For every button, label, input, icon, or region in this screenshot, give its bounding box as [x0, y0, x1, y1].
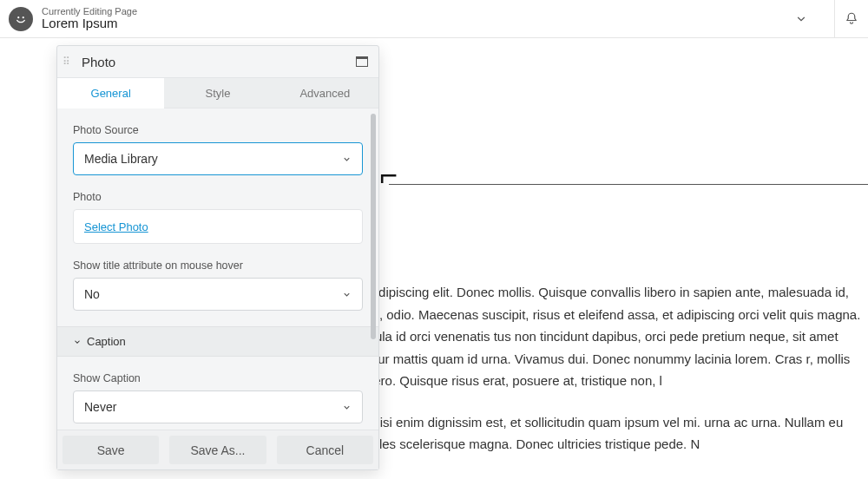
svg-point-2: [23, 16, 24, 18]
drag-handle-icon[interactable]: ⠿: [62, 60, 78, 63]
show-caption-label: Show Caption: [73, 372, 363, 384]
photo-label: Photo: [73, 191, 363, 203]
divider: [834, 0, 835, 38]
chevron-down-icon: [73, 338, 82, 346]
app-logo: [9, 7, 33, 31]
chevron-down-icon: [342, 154, 352, 164]
panel-tabs: General Style Advanced: [57, 77, 378, 108]
content-heading-fragment: ⌐: [379, 160, 398, 191]
maximize-icon[interactable]: [356, 56, 368, 67]
svg-point-1: [17, 16, 19, 18]
show-caption-select[interactable]: Never: [73, 390, 363, 423]
top-bar: Currently Editing Page Lorem Ipsum: [0, 0, 868, 38]
photo-source-select[interactable]: Media Library: [73, 142, 363, 175]
show-title-select[interactable]: No: [73, 278, 363, 311]
select-photo-link[interactable]: Select Photo: [84, 220, 148, 233]
caption-section-toggle[interactable]: Caption: [57, 326, 378, 357]
tab-advanced[interactable]: Advanced: [272, 78, 378, 108]
panel-title: Photo: [82, 55, 115, 69]
page-title: Lorem Ipsum: [42, 16, 137, 31]
show-caption-value: Never: [84, 400, 116, 414]
panel-body: Photo Source Media Library Photo Select …: [57, 108, 378, 430]
caption-section-title: Caption: [87, 335, 126, 348]
chevron-down-icon: [342, 290, 352, 299]
page-title-block[interactable]: Currently Editing Page Lorem Ipsum: [42, 6, 137, 31]
chevron-down-icon: [342, 403, 352, 412]
show-title-label: Show title attribute on mouse hover: [73, 259, 363, 272]
cancel-button[interactable]: Cancel: [277, 436, 373, 464]
photo-source-label: Photo Source: [73, 124, 363, 136]
page-dropdown-toggle[interactable]: [794, 12, 808, 26]
tab-style[interactable]: Style: [164, 78, 271, 108]
photo-box: Select Photo: [73, 209, 363, 244]
show-title-value: No: [84, 287, 100, 301]
settings-panel: ⠿ Photo General Style Advanced Photo Sou…: [56, 45, 379, 470]
content-divider: [389, 184, 868, 185]
panel-header[interactable]: ⠿ Photo: [57, 46, 378, 77]
tab-general[interactable]: General: [57, 78, 164, 108]
notifications-icon[interactable]: [844, 11, 859, 27]
panel-footer: Save Save As... Cancel: [57, 430, 378, 469]
save-as-button[interactable]: Save As...: [169, 436, 266, 464]
scrollbar-thumb[interactable]: [371, 114, 376, 339]
photo-source-value: Media Library: [84, 152, 158, 166]
save-button[interactable]: Save: [62, 436, 159, 464]
svg-point-0: [12, 10, 30, 27]
